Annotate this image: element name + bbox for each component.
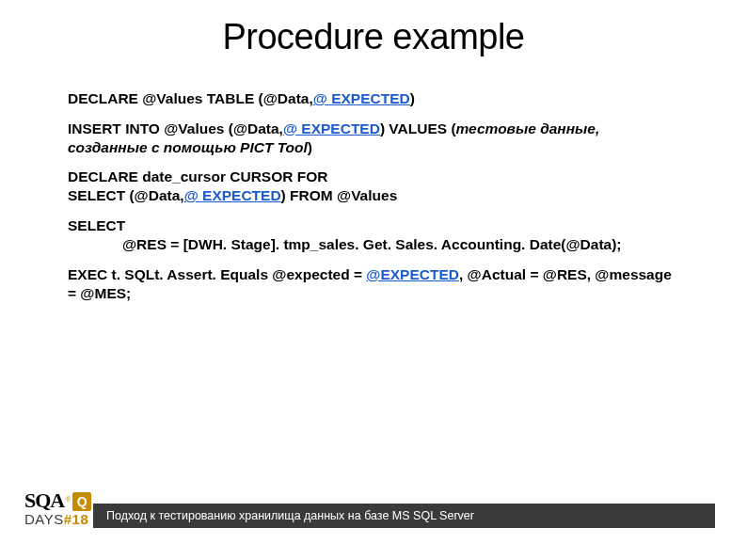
slide: Procedure example DECLARE @Values TABLE … [0,0,747,560]
text: EXEC t. SQLt. Assert. Equals @expected = [68,266,366,282]
link-expected[interactable]: @ EXPECTED [184,187,281,203]
logo-days: DAYS [24,511,64,527]
text: DECLARE date_cursor CURSOR FOR [68,168,327,184]
logo-q-badge: Q [72,492,91,511]
code-line-2: INSERT INTO @Values (@Data,@ EXPECTED) V… [68,120,679,157]
indented-text: @RES = [DWH. Stage]. tmp_sales. Get. Sal… [68,236,622,252]
text: SELECT (@Data, [68,187,184,203]
text: DECLARE @Values TABLE (@Data, [68,90,313,106]
footer-text: Подход к тестированию хранилища данных н… [106,509,474,522]
logo-sqa: SQA [24,488,64,513]
code-line-1: DECLARE @Values TABLE (@Data,@ EXPECTED) [68,89,679,108]
footer: Подход к тестированию хранилища данных н… [0,504,747,530]
code-line-4: SELECT @RES = [DWH. Stage]. tmp_sales. G… [68,216,679,254]
text: ) FROM @Values [281,187,398,203]
logo-top-row: SQA ® Q [24,488,94,513]
text: INSERT INTO @Values (@Data, [68,120,283,136]
text: ) VALUES ( [380,120,456,136]
sqa-days-logo: SQA ® Q DAYS#18 [24,488,94,545]
code-line-3: DECLARE date_cursor CURSOR FOR SELECT (@… [68,168,679,205]
code-content: DECLARE @Values TABLE (@Data,@ EXPECTED)… [68,89,679,302]
logo-bottom-row: DAYS#18 [24,511,94,527]
code-line-5: EXEC t. SQLt. Assert. Equals @expected =… [68,265,679,303]
link-expected[interactable]: @ EXPECTED [283,120,380,136]
link-expected[interactable]: @ EXPECTED [313,90,410,106]
link-expected[interactable]: @EXPECTED [366,266,459,282]
footer-bar: Подход к тестированию хранилища данных н… [93,504,715,528]
slide-title: Procedure example [68,17,679,57]
registered-icon: ® [65,495,71,504]
text: SELECT [68,217,125,233]
text: ) [308,139,312,155]
text: ) [410,90,415,106]
logo-number: #18 [64,511,89,527]
